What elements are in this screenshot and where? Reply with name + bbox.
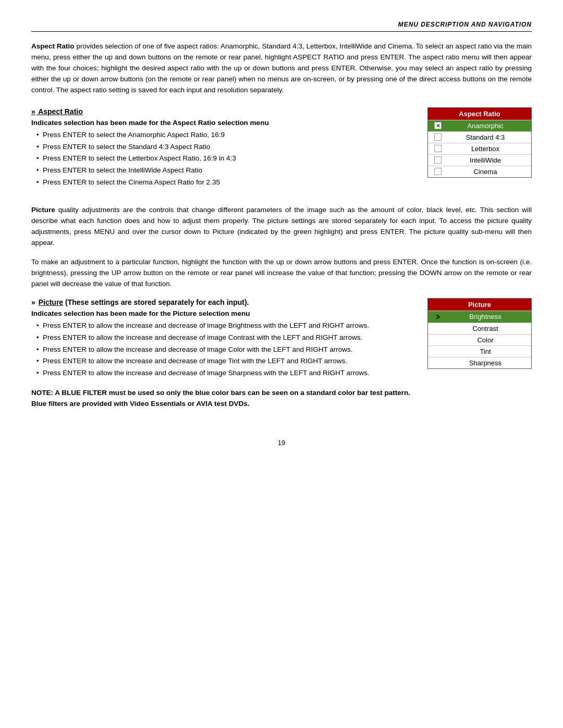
picture-label-brightness: Brightness [444,313,527,320]
picture-menu-header: Picture [428,299,531,311]
picture-para-2: To make an adjustment to a particular fu… [31,257,532,290]
picture-note-bold: NOTE: A BLUE FILTER must be used so only… [31,388,412,410]
bullet-1: Press ENTER to select the Anamorphic Asp… [36,130,412,141]
row-label-letterbox: Letterbox [444,145,527,153]
picture-bullet-1: Press ENTER to allow the increase and de… [36,320,412,331]
picture-menu-box: Picture > Brightness Contrast Color [427,298,532,369]
row-label-cinema: Cinema [444,168,527,176]
picture-section-arrow: » [31,298,35,306]
aspect-ratio-menu-box: Aspect Ratio ✕ Anamorphic Standard 4:3 [427,107,532,178]
bullet-3: Press ENTER to select the Letterbox Aspe… [36,153,412,164]
arrow-brightness: > [432,313,444,321]
bullet-4: Press ENTER to select the IntelliWide As… [36,165,412,176]
checkbox-anamorphic: ✕ [432,122,444,129]
picture-para-1: Picture quality adjustments are the cont… [31,205,532,249]
unchecked-icon-3 [434,156,442,164]
aspect-ratio-intro: Aspect Ratio provides selection of one o… [31,41,532,96]
aspect-ratio-menu-col: Aspect Ratio ✕ Anamorphic Standard 4:3 [427,107,532,178]
picture-label-sharpness: Sharpness [444,359,527,367]
unchecked-icon-4 [434,168,442,175]
picture-row-sharpness[interactable]: Sharpness [428,357,531,368]
aspect-ratio-intro-text: provides selection of one of five aspect… [31,42,532,94]
checkbox-cinema [432,168,444,175]
aspect-ratio-row-cinema[interactable]: Cinema [428,166,531,177]
page-number: 19 [31,439,532,447]
bullet-5: Press ENTER to select the Cinema Aspect … [36,177,412,188]
checkbox-letterbox [432,145,444,152]
picture-bullet-5: Press ENTER to allow the increase and de… [36,368,412,379]
picture-label-tint: Tint [444,348,527,355]
header-title: Menu Description and Navigation [398,21,532,28]
aspect-ratio-bullets: Press ENTER to select the Anamorphic Asp… [31,130,412,189]
picture-label-contrast: Contrast [444,325,527,332]
picture-menu-col: Picture > Brightness Contrast Color [427,298,532,369]
section-arrow: » [31,107,35,116]
aspect-ratio-section: » Aspect Ratio Indicates selection has b… [31,107,532,190]
checked-icon: ✕ [434,122,442,129]
picture-bullet-2: Press ENTER to allow the increase and de… [36,332,412,343]
picture-bullets: Press ENTER to allow the increase and de… [31,320,412,379]
picture-row-contrast[interactable]: Contrast [428,323,531,334]
picture-row-tint[interactable]: Tint [428,346,531,357]
row-label-anamorphic: Anamorphic [444,122,527,130]
aspect-ratio-heading: » Aspect Ratio [31,107,412,116]
row-label-intelliwide: IntelliWide [444,156,527,164]
picture-bold-note: Indicates selection has been made for th… [31,310,412,317]
aspect-ratio-row-standard[interactable]: Standard 4:3 [428,131,531,143]
picture-bullet-4: Press ENTER to allow the increase and de… [36,356,412,367]
picture-section: » Picture (These settings are stored sep… [31,298,532,418]
picture-heading: » Picture (These settings are stored sep… [31,298,412,306]
page-header: Menu Description and Navigation [31,21,532,32]
checkbox-standard [432,133,444,141]
picture-label-color: Color [444,336,527,344]
aspect-ratio-row-intelliwide[interactable]: IntelliWide [428,154,531,166]
picture-bullet-3: Press ENTER to allow the increase and de… [36,344,412,355]
bullet-2: Press ENTER to select the Standard 4:3 A… [36,142,412,153]
row-label-standard: Standard 4:3 [444,133,527,141]
unchecked-icon-2 [434,145,442,152]
picture-heading-text: Picture [39,298,63,306]
aspect-ratio-row-anamorphic[interactable]: ✕ Anamorphic [428,120,531,131]
page-content: Menu Description and Navigation Aspect R… [31,21,532,447]
unchecked-icon [434,133,442,141]
checkbox-intelliwide [432,156,444,164]
picture-para-1-text: quality adjustments are the controls tha… [31,206,532,246]
picture-heading-note: (These settings are stored separately fo… [65,298,249,306]
picture-text-col: » Picture (These settings are stored sep… [31,298,412,418]
aspect-ratio-menu-header: Aspect Ratio [428,108,531,120]
aspect-ratio-row-letterbox[interactable]: Letterbox [428,143,531,154]
picture-row-color[interactable]: Color [428,334,531,346]
aspect-ratio-bold-note: Indicates selection has been made for th… [31,119,412,127]
aspect-ratio-heading-text: Aspect Ratio [38,107,83,116]
aspect-ratio-text-col: » Aspect Ratio Indicates selection has b… [31,107,412,190]
picture-row-brightness[interactable]: > Brightness [428,311,531,323]
